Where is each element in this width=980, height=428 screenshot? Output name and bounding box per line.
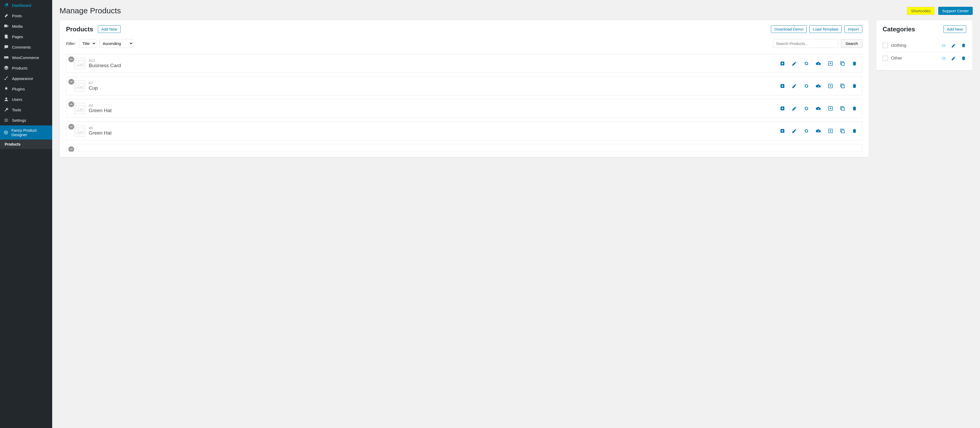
- trash-icon[interactable]: [851, 61, 858, 66]
- product-actions: [780, 83, 858, 89]
- sidebar-item-users[interactable]: Users: [0, 94, 52, 104]
- support-center-button[interactable]: Support Center: [938, 7, 973, 15]
- download-box-icon[interactable]: [827, 61, 833, 66]
- gear-icon[interactable]: [803, 128, 809, 134]
- plug-icon: [4, 86, 9, 91]
- sidebar-item-tools[interactable]: Tools: [0, 104, 52, 115]
- sidebar-item-pages[interactable]: Pages: [0, 31, 52, 42]
- svg-point-20: [78, 107, 79, 108]
- collapse-icon[interactable]: −: [68, 124, 74, 129]
- edit-icon[interactable]: [792, 128, 797, 134]
- cloud-download-icon[interactable]: [816, 61, 821, 66]
- add-new-product-button[interactable]: Add New: [98, 26, 121, 33]
- download-demo-button[interactable]: Download Demo: [771, 26, 807, 33]
- category-name: Other: [891, 56, 902, 61]
- import-button[interactable]: Import: [844, 26, 862, 33]
- sidebar-item-fancy-product-designer[interactable]: Fancy Product Designer: [0, 125, 52, 139]
- target-icon: [4, 130, 8, 135]
- products-title: Products: [66, 26, 93, 33]
- sidebar-item-woocommerce[interactable]: woo WooCommerce: [0, 52, 52, 63]
- copy-icon[interactable]: [840, 105, 845, 111]
- add-icon[interactable]: [780, 128, 785, 134]
- search-products-input[interactable]: [773, 39, 838, 48]
- sidebar-item-products[interactable]: Products: [0, 63, 52, 73]
- sidebar-item-plugins[interactable]: Plugins: [0, 84, 52, 94]
- product-name: Cup: [89, 85, 98, 91]
- copy-icon[interactable]: [840, 83, 845, 89]
- download-box-icon[interactable]: [827, 128, 833, 134]
- products-panel: Products Add New Download Demo Load Temp…: [59, 20, 869, 157]
- collapse-icon[interactable]: −: [68, 101, 74, 107]
- edit-icon[interactable]: [792, 105, 797, 111]
- product-row: − #7 Cup: [66, 77, 862, 95]
- trash-icon[interactable]: [851, 128, 858, 134]
- product-actions: [780, 105, 858, 111]
- edit-icon[interactable]: [951, 56, 956, 61]
- edit-icon[interactable]: [792, 61, 797, 66]
- product-thumbnail[interactable]: [74, 58, 85, 69]
- trash-icon[interactable]: [961, 43, 966, 48]
- add-new-category-button[interactable]: Add New: [943, 26, 966, 33]
- collapse-icon[interactable]: −: [68, 56, 74, 62]
- trash-icon[interactable]: [961, 56, 966, 61]
- filter-by-select[interactable]: Title: [79, 39, 96, 48]
- shortcodes-button[interactable]: Shortcodes: [907, 7, 935, 15]
- cloud-download-icon[interactable]: [816, 83, 821, 89]
- sidebar-submenu-products[interactable]: Products: [0, 139, 52, 149]
- sidebar-label: Media: [12, 24, 23, 29]
- category-checkbox[interactable]: [883, 56, 888, 61]
- download-box-icon[interactable]: [827, 105, 833, 111]
- sidebar-label: Tools: [12, 108, 21, 112]
- collapse-icon[interactable]: −: [68, 146, 74, 152]
- sidebar-label: Posts: [12, 14, 22, 18]
- download-box-icon[interactable]: [827, 83, 833, 89]
- eye-icon[interactable]: [941, 43, 947, 48]
- sidebar-item-appearance[interactable]: Appearance: [0, 73, 52, 84]
- product-id: #7: [89, 81, 98, 85]
- gear-icon[interactable]: [803, 83, 809, 89]
- sidebar-item-dashboard[interactable]: Dashboard: [0, 0, 52, 10]
- main-content: Manage Products Shortcodes Support Cente…: [52, 0, 980, 428]
- product-row: − #9 Green Hat: [66, 121, 862, 140]
- gear-icon[interactable]: [803, 61, 809, 66]
- copy-icon[interactable]: [840, 128, 845, 134]
- categories-panel: Categories Add New clothing Other: [876, 20, 973, 70]
- product-thumbnail[interactable]: [74, 103, 85, 114]
- eye-icon[interactable]: [941, 56, 947, 61]
- product-name: Green Hat: [89, 130, 112, 136]
- add-icon[interactable]: [780, 83, 785, 89]
- add-icon[interactable]: [780, 61, 785, 66]
- product-name: Business Card: [89, 63, 121, 69]
- svg-point-25: [78, 129, 79, 131]
- edit-icon[interactable]: [951, 43, 956, 48]
- trash-icon[interactable]: [851, 83, 858, 89]
- load-template-button[interactable]: Load Template: [809, 26, 842, 33]
- filter-direction-select[interactable]: Ascending: [99, 39, 134, 48]
- product-thumbnail[interactable]: [74, 125, 85, 136]
- product-thumbnail[interactable]: [74, 80, 85, 91]
- svg-point-10: [78, 62, 79, 63]
- cloud-download-icon[interactable]: [816, 128, 821, 134]
- sidebar-label: Fancy Product Designer: [11, 128, 49, 137]
- category-checkbox[interactable]: [883, 43, 888, 48]
- sidebar-label: WooCommerce: [12, 55, 39, 60]
- sidebar-item-posts[interactable]: Posts: [0, 10, 52, 21]
- product-id: #13: [89, 59, 121, 63]
- sidebar-label: Dashboard: [12, 3, 31, 8]
- category-actions: [941, 43, 966, 48]
- add-icon[interactable]: [780, 105, 785, 111]
- search-button[interactable]: Search: [841, 39, 862, 48]
- gear-icon[interactable]: [803, 105, 809, 111]
- sidebar-item-media[interactable]: Media: [0, 21, 52, 31]
- collapse-icon[interactable]: −: [68, 79, 74, 85]
- sliders-icon: [4, 118, 9, 123]
- cloud-download-icon[interactable]: [816, 105, 821, 111]
- edit-icon[interactable]: [792, 83, 797, 89]
- copy-icon[interactable]: [840, 61, 845, 66]
- woo-icon: woo: [4, 55, 9, 60]
- sidebar-item-settings[interactable]: Settings: [0, 115, 52, 125]
- categories-title: Categories: [883, 26, 915, 33]
- trash-icon[interactable]: [851, 105, 858, 111]
- sidebar-item-comments[interactable]: Comments: [0, 42, 52, 52]
- product-id: #9: [89, 126, 112, 130]
